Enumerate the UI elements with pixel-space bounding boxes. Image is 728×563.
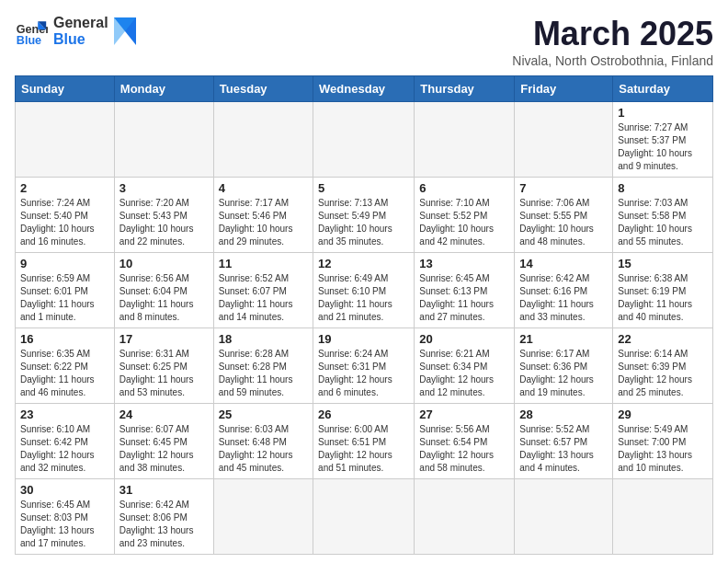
calendar-cell: 31Sunrise: 6:42 AM Sunset: 8:06 PM Dayli… [114, 479, 213, 555]
weekday-header-saturday: Saturday [613, 76, 713, 102]
weekday-row: SundayMondayTuesdayWednesdayThursdayFrid… [16, 76, 713, 102]
calendar-week-row: 23Sunrise: 6:10 AM Sunset: 6:42 PM Dayli… [16, 404, 713, 479]
weekday-header-friday: Friday [515, 76, 613, 102]
day-info: Sunrise: 6:24 AM Sunset: 6:31 PM Dayligh… [318, 348, 409, 399]
calendar-cell [213, 479, 313, 555]
day-number: 1 [618, 106, 708, 120]
calendar-cell: 10Sunrise: 6:56 AM Sunset: 6:04 PM Dayli… [114, 253, 213, 328]
logo-general-text: General [53, 15, 108, 31]
calendar-cell: 5Sunrise: 7:13 AM Sunset: 5:49 PM Daylig… [313, 178, 415, 253]
day-number: 11 [219, 257, 308, 270]
calendar-cell: 24Sunrise: 6:07 AM Sunset: 6:45 PM Dayli… [114, 404, 213, 479]
day-number: 13 [419, 257, 509, 270]
calendar-cell [415, 102, 515, 178]
day-info: Sunrise: 6:52 AM Sunset: 6:07 PM Dayligh… [219, 272, 308, 324]
header: General Blue General Blue March 2025 Niv… [15, 15, 713, 68]
day-number: 7 [519, 181, 608, 195]
day-number: 24 [119, 408, 209, 421]
calendar-cell [213, 102, 313, 178]
day-info: Sunrise: 6:07 AM Sunset: 6:45 PM Dayligh… [119, 423, 209, 475]
calendar-week-row: 2Sunrise: 7:24 AM Sunset: 5:40 PM Daylig… [16, 178, 713, 253]
calendar-table: SundayMondayTuesdayWednesdayThursdayFrid… [15, 75, 713, 555]
svg-text:Blue: Blue [17, 34, 41, 47]
calendar-cell: 4Sunrise: 7:17 AM Sunset: 5:46 PM Daylig… [213, 178, 313, 253]
day-info: Sunrise: 7:06 AM Sunset: 5:55 PM Dayligh… [519, 197, 608, 248]
day-number: 2 [20, 181, 109, 195]
day-info: Sunrise: 6:42 AM Sunset: 8:06 PM Dayligh… [119, 499, 209, 550]
weekday-header-thursday: Thursday [415, 76, 515, 102]
calendar-cell [313, 102, 415, 178]
day-info: Sunrise: 6:31 AM Sunset: 6:25 PM Dayligh… [119, 348, 209, 399]
day-number: 12 [318, 257, 409, 270]
day-info: Sunrise: 7:13 AM Sunset: 5:49 PM Dayligh… [318, 197, 409, 248]
calendar-cell: 3Sunrise: 7:20 AM Sunset: 5:43 PM Daylig… [114, 178, 213, 253]
day-number: 22 [618, 332, 708, 346]
calendar-cell: 8Sunrise: 7:03 AM Sunset: 5:58 PM Daylig… [613, 178, 713, 253]
logo: General Blue General Blue [15, 15, 136, 48]
day-number: 27 [419, 408, 509, 421]
day-number: 6 [419, 181, 509, 195]
calendar-cell [114, 102, 213, 178]
day-info: Sunrise: 6:38 AM Sunset: 6:19 PM Dayligh… [618, 272, 708, 324]
calendar-cell: 30Sunrise: 6:45 AM Sunset: 8:03 PM Dayli… [16, 479, 115, 555]
weekday-header-sunday: Sunday [16, 76, 115, 102]
day-info: Sunrise: 7:20 AM Sunset: 5:43 PM Dayligh… [119, 197, 209, 248]
day-info: Sunrise: 6:45 AM Sunset: 8:03 PM Dayligh… [20, 499, 109, 550]
day-number: 31 [119, 483, 209, 497]
day-number: 26 [318, 408, 409, 421]
calendar-cell [613, 479, 713, 555]
calendar-cell: 27Sunrise: 5:56 AM Sunset: 6:54 PM Dayli… [415, 404, 515, 479]
day-number: 9 [20, 257, 109, 270]
day-number: 30 [20, 483, 109, 497]
calendar-cell: 19Sunrise: 6:24 AM Sunset: 6:31 PM Dayli… [313, 328, 415, 404]
day-info: Sunrise: 6:45 AM Sunset: 6:13 PM Dayligh… [419, 272, 509, 324]
calendar-week-row: 1Sunrise: 7:27 AM Sunset: 5:37 PM Daylig… [16, 102, 713, 178]
calendar-cell: 20Sunrise: 6:21 AM Sunset: 6:34 PM Dayli… [415, 328, 515, 404]
day-info: Sunrise: 6:00 AM Sunset: 6:51 PM Dayligh… [318, 423, 409, 475]
day-info: Sunrise: 7:27 AM Sunset: 5:37 PM Dayligh… [618, 121, 708, 173]
calendar-cell [415, 479, 515, 555]
day-info: Sunrise: 7:10 AM Sunset: 5:52 PM Dayligh… [419, 197, 509, 248]
calendar-subtitle: Nivala, North Ostrobothnia, Finland [512, 53, 713, 68]
day-info: Sunrise: 6:28 AM Sunset: 6:28 PM Dayligh… [219, 348, 308, 399]
day-number: 8 [618, 181, 708, 195]
day-number: 15 [618, 257, 708, 270]
calendar-cell: 23Sunrise: 6:10 AM Sunset: 6:42 PM Dayli… [16, 404, 115, 479]
calendar-cell: 12Sunrise: 6:49 AM Sunset: 6:10 PM Dayli… [313, 253, 415, 328]
day-number: 23 [20, 408, 109, 421]
day-number: 21 [519, 332, 608, 346]
calendar-cell: 7Sunrise: 7:06 AM Sunset: 5:55 PM Daylig… [515, 178, 613, 253]
day-info: Sunrise: 7:17 AM Sunset: 5:46 PM Dayligh… [219, 197, 308, 248]
day-info: Sunrise: 7:03 AM Sunset: 5:58 PM Dayligh… [618, 197, 708, 248]
day-info: Sunrise: 6:35 AM Sunset: 6:22 PM Dayligh… [20, 348, 109, 399]
calendar-body: 1Sunrise: 7:27 AM Sunset: 5:37 PM Daylig… [16, 102, 713, 555]
calendar-cell: 1Sunrise: 7:27 AM Sunset: 5:37 PM Daylig… [613, 102, 713, 178]
logo-blue-text: Blue [53, 31, 108, 48]
day-number: 19 [318, 332, 409, 346]
calendar-cell [515, 102, 613, 178]
day-info: Sunrise: 6:10 AM Sunset: 6:42 PM Dayligh… [20, 423, 109, 475]
calendar-week-row: 16Sunrise: 6:35 AM Sunset: 6:22 PM Dayli… [16, 328, 713, 404]
calendar-cell [16, 102, 115, 178]
calendar-cell: 9Sunrise: 6:59 AM Sunset: 6:01 PM Daylig… [16, 253, 115, 328]
day-number: 20 [419, 332, 509, 346]
day-number: 16 [20, 332, 109, 346]
day-number: 10 [119, 257, 209, 270]
calendar-cell [515, 479, 613, 555]
logo-icon: General Blue [15, 15, 48, 48]
day-info: Sunrise: 6:03 AM Sunset: 6:48 PM Dayligh… [219, 423, 308, 475]
weekday-header-tuesday: Tuesday [213, 76, 313, 102]
calendar-cell [313, 479, 415, 555]
day-info: Sunrise: 6:14 AM Sunset: 6:39 PM Dayligh… [618, 348, 708, 399]
calendar-week-row: 30Sunrise: 6:45 AM Sunset: 8:03 PM Dayli… [16, 479, 713, 555]
calendar-header: SundayMondayTuesdayWednesdayThursdayFrid… [16, 76, 713, 102]
day-info: Sunrise: 6:49 AM Sunset: 6:10 PM Dayligh… [318, 272, 409, 324]
day-number: 25 [219, 408, 308, 421]
day-number: 4 [219, 181, 308, 195]
day-number: 5 [318, 181, 409, 195]
calendar-cell: 14Sunrise: 6:42 AM Sunset: 6:16 PM Dayli… [515, 253, 613, 328]
calendar-cell: 11Sunrise: 6:52 AM Sunset: 6:07 PM Dayli… [213, 253, 313, 328]
calendar-cell: 25Sunrise: 6:03 AM Sunset: 6:48 PM Dayli… [213, 404, 313, 479]
calendar-cell: 26Sunrise: 6:00 AM Sunset: 6:51 PM Dayli… [313, 404, 415, 479]
day-number: 3 [119, 181, 209, 195]
